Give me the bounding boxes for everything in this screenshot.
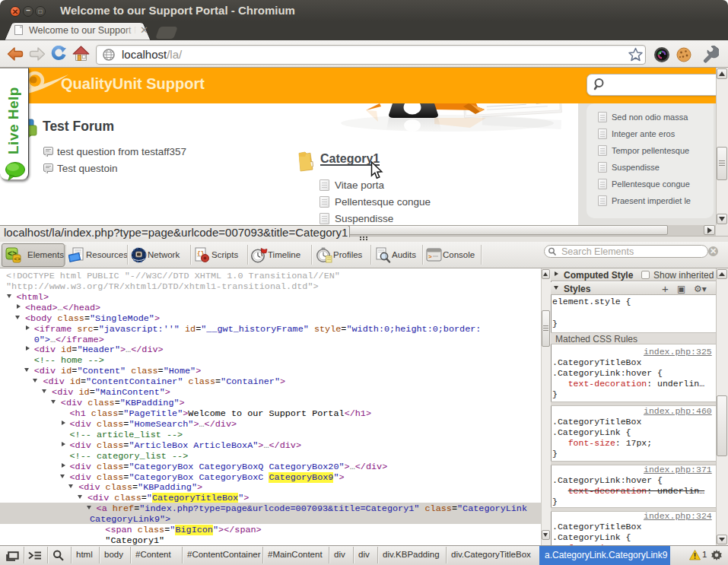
svg-text:<>: <> (14, 256, 21, 262)
svg-text:>: > (428, 253, 432, 260)
